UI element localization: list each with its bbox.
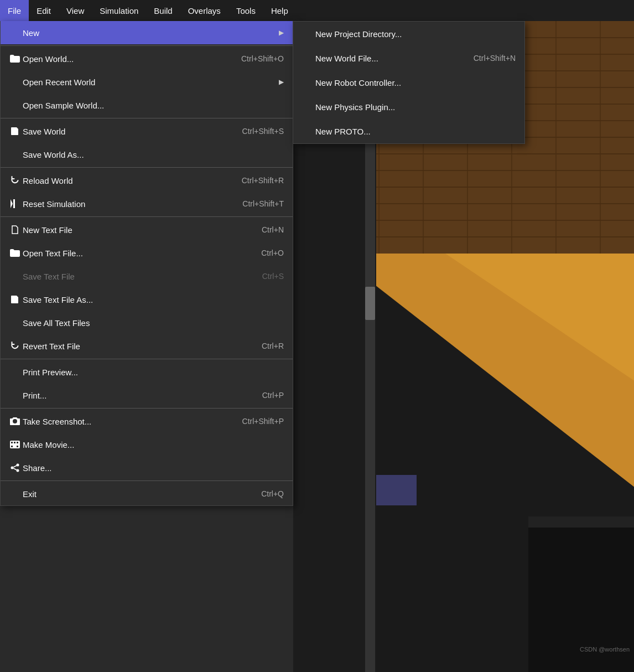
scrollbar-thumb[interactable] bbox=[365, 287, 375, 320]
save-world-icon bbox=[7, 127, 23, 136]
open-text-icon bbox=[7, 249, 23, 257]
menu-item-save-text[interactable]: Save Text File Ctrl+S bbox=[1, 265, 293, 288]
menu-item-share[interactable]: Share... bbox=[1, 456, 293, 479]
menu-item-new-text[interactable]: New Text File Ctrl+N bbox=[1, 218, 293, 241]
recent-arrow: ▶ bbox=[279, 78, 284, 86]
save-text-as-icon bbox=[7, 295, 23, 304]
menu-item-reset-sim[interactable]: Reset Simulation Ctrl+Shift+T bbox=[1, 192, 293, 215]
menu-bar: File Edit View Simulation Build Overlays… bbox=[0, 0, 634, 21]
menu-item-save-all-text[interactable]: Save All Text Files bbox=[1, 311, 293, 334]
menu-item-print-preview[interactable]: Print Preview... bbox=[1, 360, 293, 384]
svg-point-37 bbox=[11, 467, 14, 469]
menu-item-open-text[interactable]: Open Text File... Ctrl+O bbox=[1, 241, 293, 265]
reload-icon bbox=[7, 176, 23, 185]
menu-item-revert-text[interactable]: Revert Text File Ctrl+R bbox=[1, 334, 293, 358]
menu-item-movie[interactable]: Make Movie... bbox=[1, 433, 293, 456]
separator-4 bbox=[1, 359, 293, 359]
menu-item-new-world[interactable]: New World File... Ctrl+Shift+N bbox=[293, 46, 524, 70]
camera-icon bbox=[7, 417, 23, 425]
menu-item-open-world[interactable]: Open World... Ctrl+Shift+O bbox=[1, 47, 293, 70]
menu-file[interactable]: File bbox=[0, 0, 29, 21]
svg-rect-32 bbox=[14, 442, 15, 443]
svg-line-40 bbox=[13, 468, 17, 470]
separator-6 bbox=[1, 480, 293, 481]
menu-item-open-recent[interactable]: Open Recent World ▶ bbox=[1, 70, 293, 94]
separator-5 bbox=[1, 408, 293, 409]
menu-tools[interactable]: Tools bbox=[228, 0, 263, 21]
new-arrow: ▶ bbox=[279, 29, 284, 37]
svg-line-39 bbox=[13, 466, 17, 467]
folder-icon bbox=[7, 55, 23, 63]
new-text-icon bbox=[7, 225, 23, 234]
svg-rect-27 bbox=[12, 132, 18, 135]
menu-edit[interactable]: Edit bbox=[29, 0, 59, 21]
menu-item-open-sample[interactable]: Open Sample World... bbox=[1, 94, 293, 117]
svg-rect-25 bbox=[528, 516, 634, 528]
separator-1 bbox=[1, 118, 293, 118]
svg-point-38 bbox=[17, 469, 19, 472]
svg-rect-33 bbox=[17, 442, 18, 443]
share-icon bbox=[7, 463, 23, 472]
reset-icon bbox=[7, 199, 23, 208]
svg-marker-28 bbox=[11, 199, 13, 208]
movie-icon bbox=[7, 441, 23, 448]
svg-rect-34 bbox=[11, 446, 13, 447]
menu-item-save-world-as[interactable]: Save World As... bbox=[1, 143, 293, 166]
menu-item-new-robot[interactable]: New Robot Controller... bbox=[293, 70, 524, 95]
separator-3 bbox=[1, 216, 293, 217]
menu-help[interactable]: Help bbox=[263, 0, 296, 21]
revert-icon bbox=[7, 342, 23, 350]
separator-2 bbox=[1, 167, 293, 168]
svg-point-36 bbox=[17, 464, 19, 467]
menu-simulation[interactable]: Simulation bbox=[92, 0, 146, 21]
svg-rect-35 bbox=[17, 446, 18, 447]
menu-item-save-world[interactable]: Save World Ctrl+Shift+S bbox=[1, 120, 293, 143]
menu-item-new-proto[interactable]: New PROTO... bbox=[293, 119, 524, 143]
separator-0 bbox=[1, 45, 293, 46]
menu-overlays[interactable]: Overlays bbox=[180, 0, 228, 21]
new-submenu: New Project Directory... New World File.… bbox=[293, 21, 525, 144]
svg-rect-29 bbox=[13, 199, 15, 208]
menu-build[interactable]: Build bbox=[146, 0, 180, 21]
file-menu: New ▶ Open World... Ctrl+Shift+O Open Re… bbox=[0, 21, 293, 506]
menu-view[interactable]: View bbox=[59, 0, 92, 21]
menu-item-new-physics[interactable]: New Physics Plugin... bbox=[293, 95, 524, 119]
menu-item-new[interactable]: New ▶ bbox=[1, 21, 293, 44]
menu-item-print[interactable]: Print... Ctrl+P bbox=[1, 384, 293, 407]
svg-rect-31 bbox=[11, 442, 13, 443]
svg-rect-26 bbox=[376, 475, 417, 505]
file-menu-dropdown: New ▶ Open World... Ctrl+Shift+O Open Re… bbox=[0, 21, 293, 506]
menu-item-exit[interactable]: Exit Ctrl+Q bbox=[1, 482, 293, 505]
menu-item-screenshot[interactable]: Take Screenshot... Ctrl+Shift+P bbox=[1, 410, 293, 433]
menu-item-reload-world[interactable]: Reload World Ctrl+Shift+R bbox=[1, 169, 293, 192]
menu-item-new-project[interactable]: New Project Directory... bbox=[293, 22, 524, 46]
menu-item-save-text-as[interactable]: Save Text File As... bbox=[1, 288, 293, 311]
watermark: CSDN @worthsen bbox=[580, 646, 630, 653]
